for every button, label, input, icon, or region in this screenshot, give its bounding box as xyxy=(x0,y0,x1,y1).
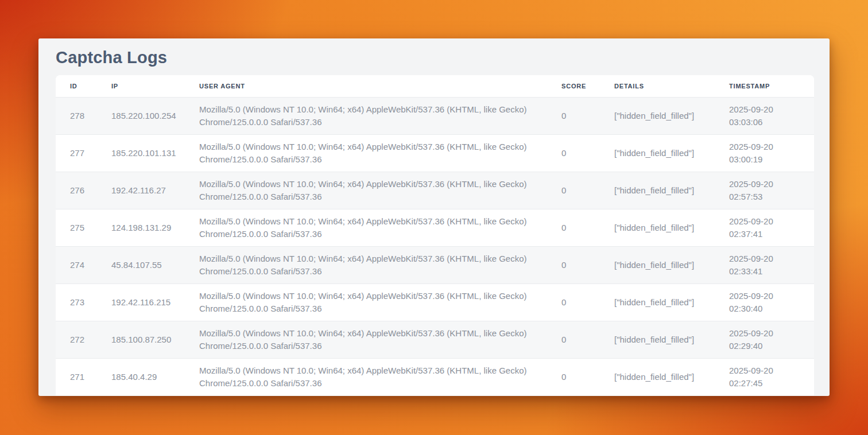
cell-ip: 185.40.4.29 xyxy=(111,359,199,396)
table-row: 276 192.42.116.27 Mozilla/5.0 (Windows N… xyxy=(56,172,814,209)
column-header-details: DETAILS xyxy=(614,75,729,98)
cell-user-agent: Mozilla/5.0 (Windows NT 10.0; Win64; x64… xyxy=(199,284,561,321)
page-background: { "page": { "title": "Captcha Logs" }, "… xyxy=(0,0,868,435)
cell-timestamp: 2025-09-20 02:57:53 xyxy=(729,172,814,209)
cell-id: 275 xyxy=(56,209,111,247)
cell-timestamp: 2025-09-20 02:37:41 xyxy=(729,209,814,247)
cell-ip: 185.100.87.250 xyxy=(111,321,199,359)
cell-id: 276 xyxy=(56,172,111,209)
cell-timestamp: 2025-09-20 02:29:40 xyxy=(729,321,814,359)
cell-id: 277 xyxy=(56,135,111,172)
cell-score: 0 xyxy=(561,284,614,321)
table-body: 278 185.220.100.254 Mozilla/5.0 (Windows… xyxy=(56,98,814,396)
column-header-user-agent: USER AGENT xyxy=(199,75,561,98)
table-row: 278 185.220.100.254 Mozilla/5.0 (Windows… xyxy=(56,98,814,135)
cell-score: 0 xyxy=(561,135,614,172)
table-row: 274 45.84.107.55 Mozilla/5.0 (Windows NT… xyxy=(56,247,814,284)
cell-user-agent: Mozilla/5.0 (Windows NT 10.0; Win64; x64… xyxy=(199,135,561,172)
cell-score: 0 xyxy=(561,359,614,396)
captcha-logs-table: IDIPUSER AGENTSCOREDETAILSTIMESTAMP 278 … xyxy=(56,75,814,395)
cell-id: 274 xyxy=(56,247,111,284)
column-header-ip: IP xyxy=(111,75,199,98)
cell-details: ["hidden_field_filled"] xyxy=(614,284,729,321)
cell-user-agent: Mozilla/5.0 (Windows NT 10.0; Win64; x64… xyxy=(199,359,561,396)
cell-id: 271 xyxy=(56,359,111,396)
cell-details: ["hidden_field_filled"] xyxy=(614,359,729,396)
cell-user-agent: Mozilla/5.0 (Windows NT 10.0; Win64; x64… xyxy=(199,98,561,135)
column-header-timestamp: TIMESTAMP xyxy=(729,75,814,98)
cell-ip: 192.42.116.27 xyxy=(111,172,199,209)
column-header-score: SCORE xyxy=(561,75,614,98)
cell-score: 0 xyxy=(561,247,614,284)
table-row: 272 185.100.87.250 Mozilla/5.0 (Windows … xyxy=(56,321,814,359)
cell-timestamp: 2025-09-20 02:27:45 xyxy=(729,359,814,396)
cell-user-agent: Mozilla/5.0 (Windows NT 10.0; Win64; x64… xyxy=(199,209,561,247)
cell-ip: 185.220.101.131 xyxy=(111,135,199,172)
cell-details: ["hidden_field_filled"] xyxy=(614,98,729,135)
table-row: 273 192.42.116.215 Mozilla/5.0 (Windows … xyxy=(56,284,814,321)
cell-ip: 124.198.131.29 xyxy=(111,209,199,247)
cell-details: ["hidden_field_filled"] xyxy=(614,135,729,172)
cell-id: 272 xyxy=(56,321,111,359)
cell-timestamp: 2025-09-20 03:03:06 xyxy=(729,98,814,135)
table-row: 277 185.220.101.131 Mozilla/5.0 (Windows… xyxy=(56,135,814,172)
cell-details: ["hidden_field_filled"] xyxy=(614,247,729,284)
cell-ip: 192.42.116.215 xyxy=(111,284,199,321)
cell-details: ["hidden_field_filled"] xyxy=(614,172,729,209)
column-header-id: ID xyxy=(56,75,111,98)
cell-timestamp: 2025-09-20 02:33:41 xyxy=(729,247,814,284)
cell-id: 278 xyxy=(56,98,111,135)
cell-timestamp: 2025-09-20 03:00:19 xyxy=(729,135,814,172)
cell-details: ["hidden_field_filled"] xyxy=(614,209,729,247)
cell-details: ["hidden_field_filled"] xyxy=(614,321,729,359)
captcha-logs-card: Captcha Logs IDIPUSER AGENTSCOREDETAILST… xyxy=(38,38,830,396)
table-row: 271 185.40.4.29 Mozilla/5.0 (Windows NT … xyxy=(56,359,814,396)
cell-score: 0 xyxy=(561,209,614,247)
cell-user-agent: Mozilla/5.0 (Windows NT 10.0; Win64; x64… xyxy=(199,321,561,359)
cell-score: 0 xyxy=(561,98,614,135)
table-header-row: IDIPUSER AGENTSCOREDETAILSTIMESTAMP xyxy=(56,75,814,98)
cell-user-agent: Mozilla/5.0 (Windows NT 10.0; Win64; x64… xyxy=(199,172,561,209)
cell-score: 0 xyxy=(561,172,614,209)
page-title: Captcha Logs xyxy=(56,46,814,68)
cell-user-agent: Mozilla/5.0 (Windows NT 10.0; Win64; x64… xyxy=(199,247,561,284)
captcha-logs-table-container[interactable]: IDIPUSER AGENTSCOREDETAILSTIMESTAMP 278 … xyxy=(56,75,814,395)
cell-score: 0 xyxy=(561,321,614,359)
cell-ip: 45.84.107.55 xyxy=(111,247,199,284)
cell-timestamp: 2025-09-20 02:30:40 xyxy=(729,284,814,321)
cell-id: 273 xyxy=(56,284,111,321)
table-row: 275 124.198.131.29 Mozilla/5.0 (Windows … xyxy=(56,209,814,247)
cell-ip: 185.220.100.254 xyxy=(111,98,199,135)
